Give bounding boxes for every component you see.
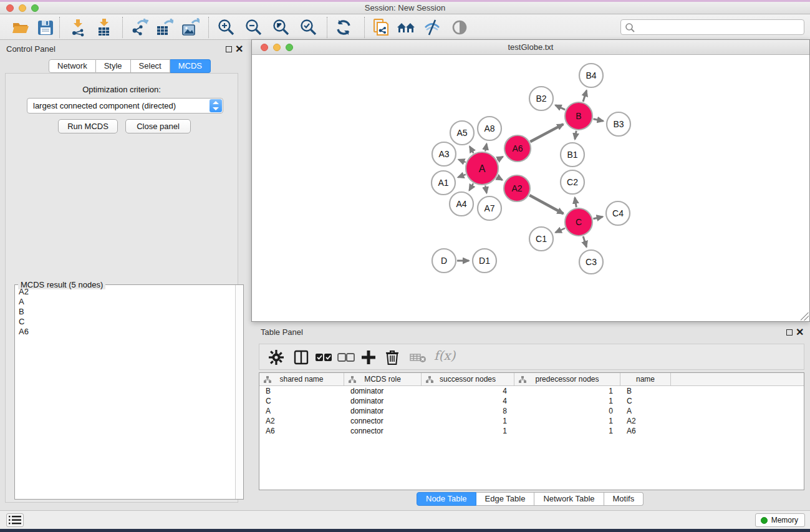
table-cell[interactable]: C — [259, 396, 344, 406]
unselect-all-icon[interactable] — [337, 349, 353, 365]
graph-edge-B-B4[interactable] — [583, 90, 587, 102]
table-cell[interactable]: 1 — [514, 396, 620, 406]
column-header-predecessor-nodes[interactable]: predecessor nodes — [514, 373, 620, 385]
table-row[interactable]: A2connector11A2 — [259, 416, 804, 426]
split-columns-icon[interactable] — [293, 349, 309, 365]
function-builder-icon[interactable]: f(x) — [434, 348, 455, 363]
column-header-mcds-role[interactable]: MCDS role — [344, 373, 422, 385]
export-table-icon[interactable] — [155, 18, 173, 37]
graph-edge-A-A3[interactable] — [458, 160, 465, 162]
zoom-out-icon[interactable] — [244, 18, 263, 37]
graph-edge-B-B1[interactable] — [575, 131, 576, 140]
open-session-icon[interactable] — [11, 18, 30, 37]
network-zoom-traffic-light[interactable] — [286, 44, 293, 51]
tab-network-table[interactable]: Network Table — [534, 492, 604, 506]
mcds-result-list[interactable]: A2ABCA6 — [16, 287, 235, 498]
network-canvas[interactable]: B4B2BB3B1A5A8A6A3AA1A2C2A4A7CC4C1C3DD1 — [252, 55, 809, 321]
table-cell[interactable]: connector — [344, 416, 422, 426]
table-cell[interactable]: 8 — [422, 406, 514, 416]
show-all-icon[interactable] — [450, 18, 469, 37]
zoom-in-icon[interactable] — [217, 18, 236, 37]
table-row[interactable]: A6connector11A6 — [259, 426, 804, 436]
graph-edge-A-A6[interactable] — [497, 157, 503, 160]
table-cell[interactable]: A2 — [259, 416, 344, 426]
table-cell[interactable]: dominator — [344, 396, 422, 406]
graph-edge-C-C1[interactable] — [556, 228, 565, 233]
delete-table-icon[interactable] — [409, 349, 425, 365]
tab-style[interactable]: Style — [96, 59, 131, 73]
table-cell[interactable]: B — [259, 386, 344, 396]
select-all-icon[interactable] — [314, 349, 330, 365]
graph-edge-A2-C[interactable] — [529, 195, 563, 214]
table-cell[interactable]: dominator — [344, 386, 422, 396]
column-header-shared-name[interactable]: shared name — [259, 373, 344, 385]
table-cell[interactable]: A6 — [259, 426, 344, 436]
refresh-icon[interactable] — [334, 18, 353, 37]
export-image-icon[interactable] — [181, 18, 200, 37]
run-mcds-button[interactable]: Run MCDS — [58, 119, 118, 133]
graph-edge-A-A5[interactable] — [470, 147, 473, 153]
tab-select[interactable]: Select — [131, 59, 170, 73]
criterion-dropdown[interactable]: largest connected component (directed) — [27, 98, 223, 114]
search-input[interactable] — [637, 21, 799, 34]
zoom-fit-icon[interactable] — [272, 18, 291, 37]
table-cell[interactable]: 4 — [422, 386, 514, 396]
table-cell[interactable]: A6 — [620, 426, 671, 436]
tab-edge-table[interactable]: Edge Table — [476, 492, 535, 506]
table-cell[interactable]: 1 — [514, 426, 620, 436]
control-panel-float-icon[interactable] — [226, 46, 232, 52]
first-neighbors-icon[interactable] — [397, 18, 415, 37]
graph-edge-A-A7[interactable] — [485, 186, 486, 193]
graph-edge-A-A1[interactable] — [458, 175, 465, 178]
table-row[interactable]: Bdominator41B — [259, 386, 804, 396]
settings-gear-icon[interactable] — [268, 349, 284, 365]
tab-mcds[interactable]: MCDS — [170, 59, 211, 73]
mcds-result-item[interactable]: A2 — [16, 287, 235, 297]
table-panel-close-icon[interactable]: ✕ — [796, 326, 804, 338]
task-history-button[interactable] — [6, 513, 24, 527]
table-cell[interactable]: C — [620, 396, 671, 406]
search-field[interactable] — [620, 19, 804, 35]
graph-edge-A-A4[interactable] — [470, 183, 473, 190]
export-network-icon[interactable] — [130, 18, 148, 37]
table-cell[interactable]: A — [259, 406, 344, 416]
window-resize-grip[interactable] — [801, 312, 809, 321]
table-cell[interactable]: 1 — [514, 416, 620, 426]
save-session-icon[interactable] — [36, 18, 55, 37]
table-cell[interactable]: 1 — [422, 426, 514, 436]
table-cell[interactable]: A — [620, 406, 671, 416]
table-row[interactable]: Adominator80A — [259, 406, 804, 416]
graph-edge-B-B2[interactable] — [556, 105, 566, 110]
zoom-traffic-light[interactable] — [31, 4, 39, 12]
close-traffic-light[interactable] — [6, 4, 14, 12]
table-cell[interactable]: A2 — [620, 416, 671, 426]
network-close-traffic-light[interactable] — [261, 44, 268, 51]
control-panel-close-icon[interactable]: ✕ — [235, 43, 243, 55]
tab-node-table[interactable]: Node Table — [417, 492, 476, 506]
graph-edge-C-C3[interactable] — [583, 236, 586, 247]
network-window-titlebar[interactable]: testGlobe.txt — [252, 40, 809, 55]
table-cell[interactable]: 1 — [422, 416, 514, 426]
table-panel-float-icon[interactable] — [786, 329, 793, 336]
table-cell[interactable]: dominator — [344, 406, 422, 416]
hide-selection-icon[interactable] — [423, 18, 441, 37]
mcds-result-item[interactable]: A — [16, 297, 235, 307]
mcds-result-item[interactable]: B — [16, 307, 235, 317]
new-network-from-selection-icon[interactable] — [372, 18, 390, 37]
add-column-icon[interactable] — [360, 349, 377, 365]
import-table-icon[interactable] — [95, 18, 113, 37]
graph-edge-C-C2[interactable] — [575, 198, 576, 208]
table-cell[interactable]: 0 — [514, 406, 620, 416]
table-row[interactable]: Cdominator41C — [259, 396, 804, 406]
column-header-successor-nodes[interactable]: successor nodes — [422, 373, 514, 385]
graph-edge-A-A2[interactable] — [497, 177, 502, 180]
column-header-name[interactable]: name — [620, 373, 671, 385]
table-cell[interactable]: 4 — [422, 396, 514, 406]
close-panel-button[interactable]: Close panel — [125, 119, 191, 133]
network-minimize-traffic-light[interactable] — [273, 44, 281, 51]
import-network-icon[interactable] — [69, 18, 87, 37]
graph-edge-B-B3[interactable] — [594, 119, 604, 121]
table-cell[interactable]: 1 — [514, 386, 620, 396]
memory-button[interactable]: Memory — [755, 513, 805, 527]
tab-network[interactable]: Network — [49, 59, 96, 73]
